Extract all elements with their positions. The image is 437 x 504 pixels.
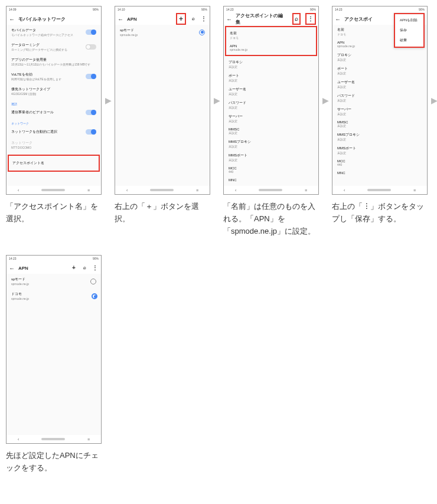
status-bar: 14:23 90% bbox=[332, 6, 427, 13]
nav-back-icon[interactable]: ‹ bbox=[18, 188, 19, 192]
nav-recent-icon[interactable]: ≡ bbox=[87, 437, 90, 441]
field-mcc[interactable]: MCC440 bbox=[229, 164, 314, 176]
more-icon[interactable]: ⋮ bbox=[92, 264, 99, 271]
phone-screen-3: 14:23 90% ← アクセスポイントの編集 ⌕ ⋮ 名前ドコモ APNspm… bbox=[223, 6, 319, 195]
nav-recent-icon[interactable]: ≡ bbox=[196, 188, 198, 192]
back-icon[interactable]: ← bbox=[9, 265, 15, 271]
toggle-roaming[interactable] bbox=[86, 44, 96, 50]
title-bar: ← APN + ⌕ ⋮ bbox=[115, 13, 210, 25]
field-port[interactable]: ポート未設定 bbox=[229, 71, 314, 84]
caption-5: 先ほど設定したAPNにチェックをする。 bbox=[6, 450, 102, 474]
nav-bar: ‹ ≡ bbox=[224, 186, 318, 194]
search-icon[interactable]: ⌕ bbox=[292, 13, 301, 25]
field-proxy[interactable]: プロキシ未設定 bbox=[337, 50, 422, 64]
nav-back-icon[interactable]: ‹ bbox=[126, 188, 128, 192]
net-type-row[interactable]: 優先ネットワークタイプ 4G/3G/GSM (自動) bbox=[11, 84, 96, 99]
phone-screen-4: 14:23 90% ← アクセスポイ APNを削除 保存 破棄 名前ドコモ AP… bbox=[332, 6, 428, 195]
mobile-data-row[interactable]: モバイルデータモバイルネットワーク経由でデータにアクセス bbox=[11, 25, 96, 40]
roaming-row[interactable]: データローミングローミング時にデータサービスに接続する bbox=[11, 40, 96, 54]
video-call-row[interactable]: 通信事業者のビデオコール bbox=[11, 107, 96, 118]
field-user[interactable]: ユーザー名未設定 bbox=[229, 84, 314, 98]
toggle-volte[interactable] bbox=[86, 74, 96, 79]
menu-delete-apn[interactable]: APNを削除 bbox=[395, 15, 423, 25]
field-pass[interactable]: パスワード未設定 bbox=[337, 91, 422, 104]
field-mms-port[interactable]: MMSポート未設定 bbox=[337, 143, 422, 157]
nav-bar: ‹ ≡ bbox=[6, 186, 101, 194]
section-network: ネットワーク bbox=[11, 118, 96, 126]
nav-recent-icon[interactable]: ≡ bbox=[305, 188, 307, 192]
field-user[interactable]: ユーザー名未設定 bbox=[337, 77, 422, 91]
arrow-icon: ▶ bbox=[321, 6, 330, 195]
search-icon[interactable]: ⌕ bbox=[190, 15, 197, 22]
nav-home-icon[interactable] bbox=[150, 189, 174, 191]
page-title: アクセスポイントの編集 bbox=[236, 12, 285, 25]
arrow-icon: ▶ bbox=[104, 6, 112, 195]
apn-row[interactable]: アクセスポイント名 bbox=[8, 155, 100, 172]
nav-recent-icon[interactable]: ≡ bbox=[413, 188, 416, 192]
more-icon[interactable]: ⋮ bbox=[305, 13, 316, 25]
nav-back-icon[interactable]: ‹ bbox=[18, 437, 19, 441]
radio-selected[interactable] bbox=[199, 30, 205, 35]
more-icon[interactable]: ⋮ bbox=[200, 15, 207, 22]
field-port[interactable]: ポート未設定 bbox=[337, 64, 422, 77]
field-mmsc[interactable]: MMSC未設定 bbox=[337, 118, 422, 130]
field-mms-proxy[interactable]: MMSプロキシ未設定 bbox=[337, 130, 422, 143]
back-icon[interactable]: ← bbox=[226, 16, 232, 22]
status-time: 14:23 bbox=[226, 8, 234, 13]
back-icon[interactable]: ← bbox=[335, 16, 341, 22]
field-mmsc[interactable]: MMSC未設定 bbox=[229, 125, 314, 137]
nav-home-icon[interactable] bbox=[367, 189, 391, 191]
section-call: 通話 bbox=[11, 99, 96, 107]
nav-home-icon[interactable] bbox=[41, 189, 65, 191]
nav-recent-icon[interactable]: ≡ bbox=[87, 188, 90, 192]
menu-discard[interactable]: 破棄 bbox=[395, 35, 423, 45]
field-mms-proxy[interactable]: MMSプロキシ未設定 bbox=[229, 137, 314, 150]
nav-home-icon[interactable] bbox=[41, 438, 65, 440]
phone-screen-2: 14:10 90% ← APN + ⌕ ⋮ spモードspmode.ne.jp … bbox=[115, 6, 210, 195]
add-button[interactable]: + bbox=[70, 264, 77, 271]
field-mms-port[interactable]: MMSポート未設定 bbox=[229, 150, 314, 164]
radio-selected[interactable] bbox=[92, 293, 97, 299]
field-pass[interactable]: パスワード未設定 bbox=[229, 98, 314, 112]
field-name[interactable]: 名前ドコモ bbox=[230, 28, 312, 42]
search-icon[interactable]: ⌕ bbox=[81, 264, 88, 271]
app-usage-row[interactable]: アプリのデータ使用量 10月13日〜11月12日のモバイルデータ使用量は158 … bbox=[11, 54, 96, 69]
arrow-icon: ▶ bbox=[213, 6, 221, 195]
field-apn[interactable]: APNspmode.ne.jp bbox=[230, 42, 312, 54]
overflow-menu: APNを削除 保存 破棄 bbox=[394, 13, 425, 48]
nav-home-icon[interactable] bbox=[259, 189, 282, 191]
apn-entry[interactable]: spモードspmode.ne.jp bbox=[120, 25, 205, 40]
phone-screen-5: 14:23 90% ← APN + ⌕ ⋮ spモードspmode.ne.jp … bbox=[6, 255, 102, 444]
apn-entry-docomo[interactable]: ドコモspmode.ne.jp bbox=[11, 289, 96, 303]
toggle-video-call[interactable] bbox=[86, 110, 96, 115]
caption-2: 右上の「＋」ボタンを選択。 bbox=[115, 201, 210, 225]
caption-4: 右上の「︙」ボタンをタップし「保存」する。 bbox=[332, 201, 428, 225]
field-mcc[interactable]: MCC440 bbox=[337, 157, 422, 169]
page-title: APN bbox=[127, 17, 137, 22]
page-title: アクセスポイ bbox=[344, 16, 373, 22]
radio-unselected[interactable] bbox=[90, 279, 96, 284]
status-battery: 90% bbox=[93, 257, 99, 262]
field-server[interactable]: サーバー未設定 bbox=[337, 104, 422, 118]
arrow-icon: ▶ bbox=[430, 6, 437, 195]
nav-back-icon[interactable]: ‹ bbox=[235, 188, 236, 192]
back-icon[interactable]: ← bbox=[9, 16, 15, 22]
field-proxy[interactable]: プロキシ未設定 bbox=[229, 57, 314, 71]
phone-screen-1: 14:09 90% ← モバイルネットワーク モバイルデータモバイルネットワーク… bbox=[6, 6, 102, 195]
field-mnc[interactable]: MNC bbox=[337, 169, 422, 177]
auto-select-row[interactable]: ネットワークを自動的に選択 bbox=[11, 126, 96, 138]
toggle-mobile-data[interactable] bbox=[86, 30, 96, 35]
status-battery: 90% bbox=[93, 8, 99, 13]
toggle-auto-select[interactable] bbox=[86, 129, 96, 135]
title-bar: ← アクセスポイントの編集 ⌕ ⋮ bbox=[224, 13, 318, 25]
menu-save[interactable]: 保存 bbox=[395, 25, 423, 35]
apn-entry-spmode[interactable]: spモードspmode.ne.jp bbox=[11, 274, 96, 289]
add-button[interactable]: + bbox=[176, 13, 186, 25]
nav-back-icon[interactable]: ‹ bbox=[344, 188, 345, 192]
volte-row[interactable]: VoLTEを有効利用可能な場合はVoLTEを使用します bbox=[11, 69, 96, 84]
back-icon[interactable]: ← bbox=[118, 16, 123, 22]
field-server[interactable]: サーバー未設定 bbox=[229, 112, 314, 125]
caption-1: 「アクセスポイント名」を選択。 bbox=[6, 201, 102, 225]
field-mnc[interactable]: MNC bbox=[229, 176, 314, 184]
nav-bar: ‹ ≡ bbox=[115, 186, 210, 194]
